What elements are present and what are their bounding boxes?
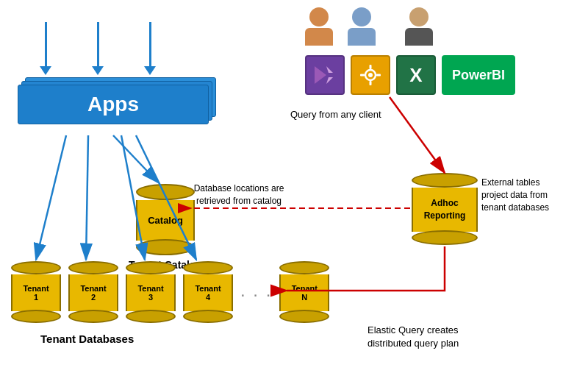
- visual-studio-icon: [305, 55, 345, 95]
- tenant-n-bottom: [279, 310, 329, 323]
- arrow-shaft: [149, 22, 151, 66]
- svg-line-13: [36, 135, 66, 260]
- svg-rect-6: [370, 81, 372, 85]
- client-persons: [305, 7, 433, 46]
- external-tables-label: External tablesproject data fromtenant d…: [481, 177, 577, 213]
- db-locations-label: Database locations areretrieved from cat…: [187, 182, 290, 207]
- diagram: Apps Catalog Tenant Catalog Tenant1 Tena…: [0, 0, 588, 373]
- tenant-3: Tenant3: [126, 261, 176, 323]
- person-1-head: [309, 7, 329, 26]
- excel-icon: X: [396, 55, 436, 95]
- tenant-4-body: Tenant4: [183, 274, 233, 311]
- svg-line-18: [390, 97, 445, 173]
- svg-point-4: [368, 73, 373, 77]
- catalog-bottom: [136, 239, 195, 255]
- tenant-4-top: [183, 261, 233, 274]
- tenant-4-bottom: [183, 310, 233, 323]
- catalog-top: [136, 184, 195, 200]
- powerbi-icon: PowerBI: [442, 55, 515, 95]
- person-2-body: [348, 28, 376, 46]
- tenant-1-top: [11, 261, 61, 274]
- arrow-2: [92, 22, 104, 75]
- tenant-4: Tenant4: [183, 261, 233, 323]
- person-2-head: [352, 7, 371, 26]
- adhoc-block: AdhocReporting: [412, 173, 478, 245]
- arrow-shaft: [97, 22, 99, 66]
- top-arrows: [40, 22, 156, 75]
- adhoc-bottom: [412, 230, 478, 245]
- svg-rect-7: [360, 74, 365, 77]
- tenant-2-body: Tenant2: [68, 274, 118, 311]
- ssms-icon: [351, 55, 390, 95]
- elastic-query-label: Elastic Query createsdistributed query p…: [368, 324, 522, 350]
- arrow-head: [92, 66, 104, 75]
- tenant-n-body: TenantN: [279, 274, 329, 311]
- person-3: [405, 7, 433, 46]
- tenant-3-bottom: [126, 310, 176, 323]
- svg-rect-2: [326, 73, 335, 77]
- tenant-n: TenantN: [279, 261, 329, 323]
- person-2: [348, 7, 376, 46]
- tenant-row: Tenant1 Tenant2 Tenant3 Tenant4 · · · Te…: [11, 261, 329, 323]
- apps-label: Apps: [18, 85, 209, 124]
- tenant-2-bottom: [68, 310, 118, 323]
- tenant-1: Tenant1: [11, 261, 61, 323]
- tenant-dots: · · ·: [240, 284, 272, 323]
- adhoc-cylinder: AdhocReporting: [412, 173, 478, 245]
- tenant-2-top: [68, 261, 118, 274]
- adhoc-top: [412, 173, 478, 188]
- adhoc-body: AdhocReporting: [412, 188, 478, 232]
- person-1-body: [305, 28, 333, 46]
- tool-icons-row: X PowerBI: [305, 55, 515, 95]
- catalog-body: Catalog: [136, 200, 195, 241]
- tenant-3-top: [126, 261, 176, 274]
- svg-line-15: [113, 135, 158, 182]
- catalog-cylinder: Catalog: [136, 184, 195, 255]
- svg-marker-0: [315, 66, 326, 84]
- tenant-n-top: [279, 261, 329, 274]
- tenant-databases-label: Tenant Databases: [40, 333, 134, 345]
- arrow-shaft: [45, 22, 47, 66]
- tenant-1-bottom: [11, 310, 61, 323]
- arrow-3: [144, 22, 156, 75]
- svg-line-14: [86, 135, 88, 260]
- arrow-head: [144, 66, 156, 75]
- svg-rect-8: [376, 74, 381, 77]
- person-1: [305, 7, 333, 46]
- tenant-1-body: Tenant1: [11, 274, 61, 311]
- svg-rect-5: [370, 65, 372, 69]
- person-3-body: [405, 28, 433, 46]
- arrow-head: [40, 66, 51, 75]
- query-from-client-label: Query from any client: [290, 109, 381, 120]
- tenant-2: Tenant2: [68, 261, 118, 323]
- arrow-1: [40, 22, 51, 75]
- tenant-3-body: Tenant3: [126, 274, 176, 311]
- person-3-head: [409, 7, 429, 26]
